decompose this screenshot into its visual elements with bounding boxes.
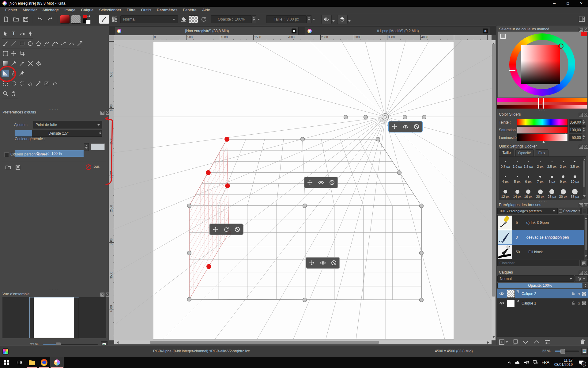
brush-size-dot[interactable]	[539, 176, 541, 178]
clock[interactable]: 11:17 03/01/2019	[551, 357, 575, 368]
gradient-swatch[interactable]	[60, 15, 70, 24]
brush-size-label[interactable]: 20 px	[534, 195, 546, 198]
network-icon[interactable]	[530, 357, 540, 368]
brush-size-dot[interactable]	[561, 189, 566, 194]
opacity-spinner[interactable]	[251, 15, 256, 23]
assistant-color-swatch[interactable]	[91, 144, 105, 150]
minimize-button[interactable]: ─	[548, 0, 561, 7]
taskbar-file-explorer[interactable]	[26, 357, 38, 368]
preset-filter-dropdown[interactable]: 001 - Préréglages préférés	[497, 208, 558, 214]
brush-size-dot[interactable]	[517, 161, 518, 162]
float-docker-icon[interactable]	[579, 203, 583, 207]
canvas-drawing[interactable]	[114, 40, 492, 340]
save-button[interactable]	[21, 15, 30, 24]
undo-button[interactable]	[36, 15, 44, 24]
brush-size-dot[interactable]	[551, 176, 553, 178]
layer-properties-button[interactable]	[544, 339, 551, 345]
tool-select-similar-color[interactable]	[35, 80, 42, 87]
tool-line[interactable]	[10, 40, 17, 47]
volume-icon[interactable]	[522, 357, 530, 368]
lightness-slider[interactable]	[517, 134, 568, 141]
brush-size-label[interactable]: 3 px	[557, 165, 569, 168]
tool-gradient[interactable]	[2, 60, 9, 67]
brush-size-label[interactable]: 8 px	[546, 180, 558, 183]
menu-affichage[interactable]: Affichage	[40, 7, 62, 13]
inherit-alpha-icon[interactable]	[582, 301, 586, 305]
delete-all-assistants-button[interactable]: Tous	[92, 164, 100, 169]
saturation-value-square[interactable]	[521, 45, 560, 84]
menu-modifier[interactable]: Modifier	[20, 7, 40, 13]
tool-reference-images[interactable]	[18, 70, 26, 77]
blend-mode-dropdown[interactable]: Normal	[120, 15, 178, 23]
lock-icon[interactable]	[571, 301, 575, 305]
saturation-value[interactable]: 100,00	[569, 126, 582, 133]
task-view-button[interactable]	[13, 357, 26, 368]
brush-size-label[interactable]: 1.0 px	[511, 165, 523, 168]
chevron-down-icon[interactable]	[332, 20, 335, 23]
scroll-left-icon[interactable]	[115, 341, 119, 344]
new-document-button[interactable]	[2, 15, 10, 24]
tool-ellipse[interactable]	[26, 40, 34, 47]
tool-edit-shapes[interactable]	[18, 30, 26, 37]
save-search-button[interactable]	[580, 260, 588, 266]
layer-blend-mode-dropdown[interactable]: Normal	[497, 275, 575, 282]
tool-polygon[interactable]	[35, 40, 42, 47]
move-assistant-icon[interactable]	[391, 123, 398, 130]
layer-row[interactable]: Calque 1 α	[497, 298, 588, 308]
menu-fenetre[interactable]: Fenêtre	[180, 7, 199, 13]
lock-icon[interactable]	[571, 292, 575, 296]
menu-fichier[interactable]: Fichier	[2, 7, 20, 13]
menu-calque[interactable]: Calque	[78, 7, 96, 13]
brush-size-label[interactable]: 30 px	[557, 195, 569, 198]
opacity-slider[interactable]: Opacité : 100%	[211, 15, 251, 23]
move-layer-down-button[interactable]	[522, 339, 529, 344]
tool-measure-angle[interactable]	[10, 70, 17, 77]
brush-size-label[interactable]: 12 px	[499, 195, 511, 198]
visibility-icon[interactable]	[499, 301, 504, 305]
save-assistants-button[interactable]	[14, 163, 22, 171]
add-layer-button[interactable]	[499, 339, 508, 345]
saturation-slider[interactable]	[517, 126, 568, 133]
brush-size-label[interactable]: 16 px	[522, 195, 534, 198]
vertical-scroll-thumb[interactable]	[492, 44, 495, 297]
tool-select-polygonal[interactable]	[26, 80, 34, 87]
hue-slider[interactable]	[517, 119, 568, 126]
fit-zoom-button[interactable]	[581, 348, 588, 355]
workspaces-button[interactable]	[578, 15, 586, 24]
action-center-button[interactable]: 4	[575, 357, 588, 368]
delete-assistant-icon[interactable]	[330, 259, 337, 266]
canvas-viewport[interactable]	[114, 40, 492, 340]
start-button[interactable]	[0, 357, 13, 368]
vertical-scrollbar[interactable]	[492, 40, 496, 340]
brush-size-grid[interactable]: 0.7 px1.0 px1.5 px2 px2.5 px3 px3.5 px4 …	[499, 156, 582, 200]
horizontal-scroll-thumb[interactable]	[150, 341, 379, 344]
float-docker-icon[interactable]	[579, 28, 583, 32]
brush-size-label[interactable]: 10 px	[569, 180, 581, 183]
brush-preset-row[interactable]: 5 d) Ink-3 Gpen	[498, 215, 584, 230]
move-assistant-icon[interactable]	[212, 226, 219, 233]
statusbar-zoom-handle[interactable]	[560, 349, 565, 354]
tab-flux[interactable]: Flux	[535, 149, 548, 157]
tool-transform[interactable]	[2, 50, 9, 57]
duplicate-layer-button[interactable]	[512, 339, 518, 345]
tag-button[interactable]: Étiquette	[559, 208, 581, 214]
redo-button[interactable]	[46, 15, 54, 24]
brush-size-dot[interactable]	[574, 161, 575, 162]
layer-opacity-slider[interactable]: Opacité: 100%	[497, 283, 583, 288]
hue-spinner[interactable]	[581, 119, 586, 126]
tool-pan[interactable]	[10, 90, 17, 97]
scroll-down-icon[interactable]	[492, 336, 495, 339]
docker-drag-handle[interactable]: ······	[37, 108, 70, 111]
tab-opacite[interactable]: Opacité	[515, 149, 534, 157]
foreground-background-colors[interactable]	[83, 15, 92, 24]
brush-size-label[interactable]: 4 px	[499, 180, 511, 183]
tab-taille[interactable]: Taille	[499, 149, 514, 156]
visibility-icon[interactable]	[499, 292, 504, 296]
layer-filter-button[interactable]	[575, 275, 588, 282]
brush-size-dot[interactable]	[505, 161, 506, 162]
alpha-lock-icon[interactable]: α	[577, 301, 580, 305]
inherit-alpha-icon[interactable]	[582, 292, 586, 296]
color-selector-statusbar-icon[interactable]	[2, 348, 9, 355]
tool-select-elliptical[interactable]	[10, 80, 17, 87]
tool-select-freehand[interactable]	[18, 80, 26, 87]
